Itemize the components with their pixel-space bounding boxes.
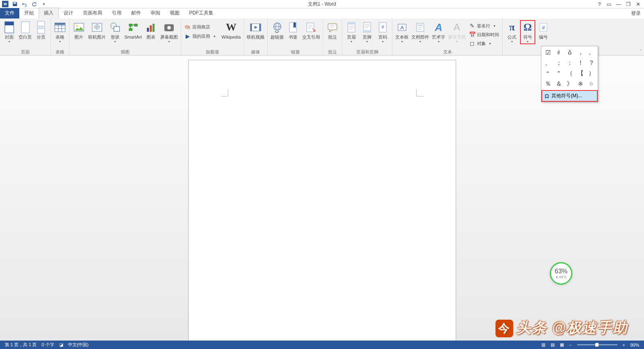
collapse-ribbon-button[interactable]: ˆ: [640, 49, 642, 54]
zoom-level[interactable]: 90%: [628, 343, 642, 347]
symbol-item[interactable]: ？: [586, 58, 597, 68]
crossref-button[interactable]: 交叉引用: [301, 20, 321, 41]
equation-button[interactable]: π公式▾: [504, 20, 520, 44]
zoom-in-button[interactable]: +: [620, 343, 627, 347]
sig-icon: ✎: [469, 23, 475, 29]
table-button[interactable]: 表格▾: [52, 20, 68, 44]
symbol-item[interactable]: 、: [543, 58, 553, 68]
object-button[interactable]: ◻对象▼: [467, 39, 501, 48]
status-page[interactable]: 第 1 页，共 1 页: [2, 341, 39, 349]
status-language[interactable]: 中文(中国): [66, 341, 91, 349]
symbol-item[interactable]: ○: [586, 79, 597, 89]
hyperlink-button[interactable]: 超链接: [269, 20, 285, 41]
minimize-button[interactable]: —: [614, 0, 623, 8]
more-symbols-button[interactable]: Ω 其他符号(M)...: [541, 90, 598, 102]
header-button[interactable]: 页眉▾: [344, 20, 359, 44]
quickparts-button[interactable]: 文档部件▾: [410, 20, 430, 44]
myapps-button[interactable]: ▶我的应用▼: [183, 32, 217, 41]
symbol-item[interactable]: “: [543, 68, 553, 78]
zoom-out-button[interactable]: −: [567, 343, 574, 347]
footer-button[interactable]: 页脚▾: [359, 20, 375, 44]
close-button[interactable]: ✕: [634, 0, 642, 8]
svg-rect-4: [37, 29, 45, 33]
maximize-button[interactable]: ❐: [624, 0, 633, 8]
pagenum-button[interactable]: #页码▾: [375, 20, 390, 44]
web-layout-button[interactable]: ▦: [557, 342, 566, 347]
blank-page-button[interactable]: 空白页: [17, 20, 33, 41]
page[interactable]: [188, 60, 456, 341]
symbol-item[interactable]: ＆: [553, 79, 564, 89]
zoom-slider[interactable]: [577, 344, 617, 345]
textbox-button[interactable]: A文本框▾: [394, 20, 410, 44]
symbol-item[interactable]: ，: [575, 47, 586, 57]
table-icon: [54, 21, 66, 34]
print-layout-button[interactable]: ▤: [548, 342, 557, 347]
footer-icon: [361, 21, 374, 34]
number-button[interactable]: #编号: [536, 20, 551, 41]
zoom-thumb[interactable]: [595, 343, 599, 347]
symbol-item[interactable]: ％: [543, 79, 553, 89]
store-button[interactable]: 🛍应用商店: [183, 23, 217, 31]
save-button[interactable]: [10, 0, 19, 8]
tab-file[interactable]: 文件: [0, 8, 19, 18]
symbol-item[interactable]: （: [564, 68, 575, 78]
symbol-item[interactable]: 》: [564, 79, 575, 89]
group-text: A文本框▾ 文档部件▾ A艺术字▾ A首字下沉▾ ✎签名行▼ 📅日期和时间 ◻对…: [392, 18, 503, 55]
dropcap-button[interactable]: A首字下沉▾: [447, 20, 467, 44]
symbol-item[interactable]: ；: [553, 58, 564, 68]
svg-point-25: [167, 26, 171, 30]
status-proofing[interactable]: ◪: [57, 341, 66, 349]
tab-review[interactable]: 审阅: [146, 8, 165, 18]
cover-page-button[interactable]: 封面▾: [2, 20, 17, 44]
tab-mailings[interactable]: 邮件: [126, 8, 146, 18]
symbol-item[interactable]: ē: [553, 47, 564, 57]
comment-button[interactable]: 批注: [325, 20, 340, 41]
symbol-item[interactable]: ※: [575, 79, 586, 89]
symbol-item[interactable]: ǒ: [564, 47, 575, 57]
wikipedia-icon: W: [225, 21, 237, 34]
svg-rect-36: [348, 23, 355, 25]
chart-button[interactable]: 图表: [143, 20, 159, 41]
symbol-item[interactable]: ！: [575, 58, 586, 68]
symbol-item[interactable]: ☑: [543, 47, 553, 57]
tab-insert[interactable]: 插入: [39, 8, 59, 18]
tab-home[interactable]: 开始: [19, 8, 39, 18]
undo-button[interactable]: [20, 0, 29, 8]
page-break-button[interactable]: 分页: [33, 20, 49, 41]
symbol-item[interactable]: ”: [553, 68, 564, 78]
online-video-button[interactable]: 联机视频: [246, 20, 266, 41]
tab-design[interactable]: 设计: [59, 8, 78, 18]
svg-rect-34: [328, 24, 337, 30]
wikipedia-button[interactable]: WWikipedia: [220, 20, 242, 41]
bookmark-button[interactable]: 书签: [285, 20, 301, 41]
symbol-item[interactable]: 。: [586, 47, 597, 57]
wordart-icon: A: [432, 21, 445, 34]
ribbon-display-button[interactable]: ▭: [605, 0, 613, 8]
svg-rect-3: [37, 21, 45, 26]
sigline-button[interactable]: ✎签名行▼: [467, 21, 501, 30]
symbol-button[interactable]: Ω符号▾: [520, 20, 535, 44]
online-picture-button[interactable]: 联机图片: [87, 20, 107, 41]
login-link[interactable]: 登录: [631, 10, 641, 17]
tab-layout[interactable]: 页面布局: [78, 8, 107, 18]
tab-pdf[interactable]: PDF工具集: [184, 8, 218, 18]
smartart-button[interactable]: SmartArt: [123, 20, 143, 41]
symbol-item[interactable]: ：: [564, 58, 575, 68]
screenshot-button[interactable]: 屏幕截图▾: [159, 20, 179, 44]
wordart-button[interactable]: A艺术字▾: [431, 20, 446, 44]
app-icon[interactable]: W: [1, 0, 10, 8]
picture-button[interactable]: 图片: [71, 20, 87, 41]
system-monitor-widget[interactable]: 63% 🌡49°C: [550, 262, 572, 285]
symbol-item[interactable]: ）: [586, 68, 597, 78]
tab-view[interactable]: 视图: [165, 8, 184, 18]
svg-rect-23: [153, 24, 155, 32]
status-words[interactable]: 0 个字: [39, 341, 56, 349]
redo-button[interactable]: [30, 0, 39, 8]
help-button[interactable]: ?: [595, 0, 604, 8]
shapes-button[interactable]: 形状▾: [107, 20, 123, 44]
tab-references[interactable]: 引用: [107, 8, 126, 18]
datetime-button[interactable]: 📅日期和时间: [467, 30, 501, 39]
symbol-item[interactable]: 【: [575, 68, 586, 78]
qat-customize[interactable]: ▼: [39, 0, 48, 8]
read-mode-button[interactable]: ▥: [539, 342, 548, 347]
